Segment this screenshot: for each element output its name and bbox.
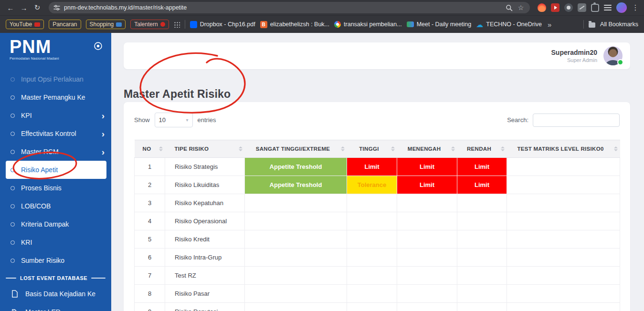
- chevron-right-icon: ›: [102, 147, 105, 156]
- extension-generic-icon[interactable]: [578, 3, 586, 12]
- bookmark-onedrive[interactable]: ☁TECHNO - OneDrive: [476, 21, 542, 28]
- url-bar[interactable]: pnm-dev.technolabs.my.id/master/risk-app…: [49, 2, 530, 13]
- cell-tipe-risiko: Risiko Reputasi: [165, 303, 245, 311]
- bookmark-chip-youtube[interactable]: YouTube: [6, 20, 44, 29]
- column-header-6[interactable]: TEST MATRIKS LEVEL RISIKO0: [507, 140, 620, 158]
- bullet-icon: [11, 168, 15, 172]
- table-row: 7Test RZ: [135, 267, 620, 285]
- back-icon[interactable]: ←: [5, 2, 16, 13]
- online-status-dot: [617, 59, 623, 65]
- sidebar-item-basis-data-kejadian[interactable]: Basis Data Kejadian Ke: [0, 285, 111, 303]
- sidebar-item-proses-bisnis[interactable]: Proses Bisnis: [0, 179, 111, 197]
- sidebar-item-kpi[interactable]: KPI›: [0, 106, 111, 124]
- sidebar-item-master-led[interactable]: Master LED›: [0, 303, 111, 311]
- cell-no: 4: [135, 212, 165, 230]
- risk-level-badge: Limit: [397, 158, 457, 176]
- all-bookmarks[interactable]: All Bookmarks: [583, 20, 638, 29]
- bookmark-chip-shopping[interactable]: Shopping: [86, 20, 126, 29]
- bullet-icon: [11, 186, 15, 190]
- sidebar-item-kriteria-dampak[interactable]: Kriteria Dampak: [0, 215, 111, 233]
- search-label: Search:: [507, 116, 528, 124]
- sidebar-item-label: Master Pemangku Ke: [21, 93, 105, 101]
- column-header-5[interactable]: RENDAH: [457, 140, 507, 158]
- sidebar-item-input-opsi-perlakuan[interactable]: Input Opsi Perlakuan: [0, 70, 111, 88]
- column-header-3[interactable]: TINGGI: [347, 140, 397, 158]
- table-body: 1Risiko StrategisAppetite TresholdLimitL…: [135, 158, 620, 311]
- extensions-puzzle-icon[interactable]: [591, 4, 599, 12]
- column-header-0[interactable]: NO: [135, 140, 165, 158]
- sidebar-item-label: Kriteria Dampak: [21, 220, 105, 228]
- user-name: Superadmin20: [551, 49, 597, 56]
- column-header-4[interactable]: MENENGAH: [397, 140, 457, 158]
- table-row: 1Risiko StrategisAppetite TresholdLimitL…: [135, 158, 620, 176]
- bookmark-star-icon[interactable]: ☆: [517, 3, 525, 12]
- cell-risk-level: [397, 230, 457, 249]
- cell-no: 3: [135, 194, 165, 212]
- search-input[interactable]: [533, 114, 620, 127]
- bullet-icon: [11, 259, 15, 263]
- risk-level-badge: Tolerance: [347, 176, 397, 194]
- main-content: Superadmin20 Super Admin Master Apetit R…: [111, 33, 644, 311]
- extension-flame-icon[interactable]: [538, 3, 546, 12]
- bookmark-dropbox[interactable]: Dropbox - Chp16.pdf: [190, 21, 255, 28]
- chevron-right-icon: ›: [102, 111, 105, 120]
- url-text[interactable]: pnm-dev.technolabs.my.id/master/risk-app…: [64, 4, 502, 11]
- reload-icon[interactable]: ↻: [32, 2, 43, 13]
- sidebar-item-label: Basis Data Kejadian Ke: [25, 290, 105, 298]
- cell-risk-level: Limit: [457, 158, 507, 176]
- site-settings-icon[interactable]: [53, 4, 60, 11]
- page-size-select[interactable]: 10▾: [155, 113, 193, 127]
- extensions-row: ⋮: [538, 2, 639, 13]
- bookmark-label: transaksi pembelian...: [344, 21, 402, 28]
- column-header-1[interactable]: TIPE RISIKO: [165, 140, 245, 158]
- extension-video-icon[interactable]: [551, 3, 560, 12]
- logo-title: PNM: [10, 39, 59, 55]
- column-header-2[interactable]: SANGAT TINGGI/EXTREME: [245, 140, 347, 158]
- bookmark-meet[interactable]: Meet - Daily meeting: [407, 21, 472, 28]
- entries-label: entries: [198, 116, 216, 124]
- sidebar-menu: Input Opsi Perlakuan Master Pemangku Ke …: [0, 70, 111, 311]
- sidebar-item-master-rcm[interactable]: Master RCM›: [0, 143, 111, 161]
- bookmark-chip-talentern[interactable]: Talentern: [130, 20, 169, 29]
- bullet-icon: [11, 150, 15, 154]
- forward-icon[interactable]: →: [18, 2, 30, 13]
- cell-tipe-risiko: Risiko Operasional: [165, 212, 245, 230]
- bookmarks-overflow-icon[interactable]: »: [548, 21, 551, 29]
- bookmark-chip-pancaran[interactable]: Pancaran: [49, 20, 81, 29]
- risk-level-badge: Limit: [397, 176, 457, 194]
- extension-camera-icon[interactable]: [564, 3, 573, 12]
- browser-profile-avatar[interactable]: [616, 2, 627, 13]
- dropbox-icon: [190, 21, 197, 28]
- risk-level-badge: Appetite Treshold: [245, 158, 347, 176]
- bookmark-transaksi[interactable]: transaksi pembelian...: [334, 21, 402, 28]
- tab-list-icon[interactable]: [604, 5, 612, 10]
- sidebar-item-kri[interactable]: KRI: [0, 233, 111, 251]
- cell-risk-level: [347, 303, 397, 311]
- sidebar-item-risiko-apetit[interactable]: Risiko Apetit: [6, 161, 106, 179]
- cell-risk-level: [245, 212, 347, 230]
- sidebar-item-master-pemangku[interactable]: Master Pemangku Ke: [0, 88, 111, 106]
- sidebar-toggle-icon[interactable]: [94, 41, 103, 51]
- column-header-label: NO: [143, 146, 151, 152]
- column-header-label: TEST MATRIKS LEVEL RISIKO0: [517, 146, 603, 152]
- meet-icon: [407, 21, 414, 27]
- apps-grid-icon[interactable]: [174, 21, 180, 28]
- cell-risk-level: [397, 267, 457, 285]
- browser-menu-icon[interactable]: ⋮: [632, 3, 639, 12]
- search-icon[interactable]: [506, 4, 513, 11]
- bookmark-elizabeth[interactable]: Belizabethelizsh : Buk...: [260, 21, 329, 28]
- sort-icon: [239, 146, 243, 151]
- sidebar-item-label: LOB/COB: [21, 202, 105, 210]
- sidebar-item-sumber-risiko[interactable]: Sumber Risiko: [0, 251, 111, 270]
- sidebar-item-effectivitas-kontrol[interactable]: Effectivitas Kontrol›: [0, 124, 111, 143]
- cell-risk-level: Tolerance: [347, 176, 397, 194]
- talentern-icon: [160, 22, 165, 27]
- sidebar-item-label: Effectivitas Kontrol: [21, 130, 95, 137]
- sidebar-item-label: Master RCM: [21, 148, 95, 156]
- all-bookmarks-label: All Bookmarks: [600, 21, 638, 28]
- divider: [583, 20, 584, 29]
- cell-risk-level: [507, 285, 620, 303]
- sidebar-item-lob-cob[interactable]: LOB/COB: [0, 197, 111, 215]
- shopping-icon: [116, 22, 122, 27]
- cell-risk-level: [347, 212, 397, 230]
